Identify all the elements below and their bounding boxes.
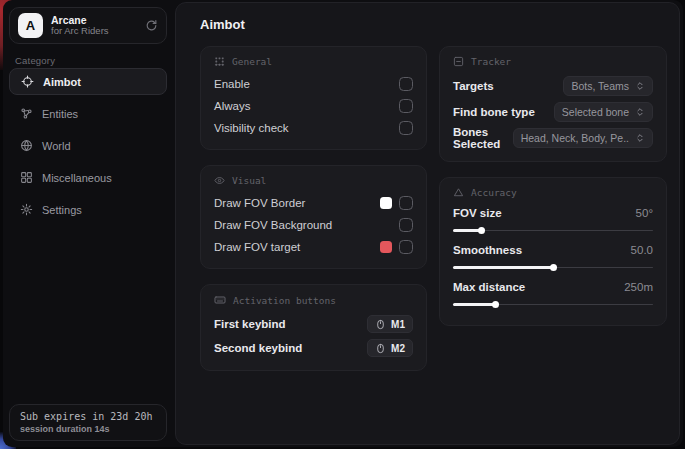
general-card-header: General — [214, 56, 413, 67]
sub-expiry-text: Sub expires in 23d 20h — [20, 411, 156, 422]
card-title: Accuracy — [471, 187, 517, 198]
setting-row-enable: Enable — [214, 73, 413, 95]
setting-label: Draw FOV Border — [214, 197, 305, 209]
setting-label: Bones Selected — [453, 126, 513, 150]
dropdown-value: Bots, Teams — [571, 80, 629, 92]
enable-checkbox[interactable] — [399, 77, 413, 91]
gear-icon — [20, 203, 33, 216]
fov-background-checkbox[interactable] — [399, 218, 413, 232]
app-header-card: A Arcane for Arc Riders — [9, 7, 167, 44]
fov-border-checkbox[interactable] — [399, 196, 413, 210]
left-column: General Enable Always Visibility check — [200, 46, 427, 371]
keyboard-icon — [214, 294, 226, 306]
setting-label: Smoothness — [453, 244, 522, 256]
setting-label: Always — [214, 100, 250, 112]
chevrons-up-down-icon — [635, 133, 645, 143]
setting-label: Max distance — [453, 281, 525, 293]
sidebar-item-aimbot[interactable]: Aimbot — [9, 68, 167, 95]
smoothness-slider[interactable] — [453, 262, 653, 272]
sidebar-item-entities[interactable]: Entities — [9, 100, 167, 127]
fov-size-value: 50° — [636, 207, 653, 219]
max-distance-slider[interactable] — [453, 299, 653, 309]
second-keybind-button[interactable]: M2 — [367, 339, 413, 357]
sidebar-item-label: World — [42, 140, 71, 152]
dots-grid-icon — [214, 56, 225, 67]
slider-thumb[interactable] — [478, 227, 485, 234]
square-minus-icon — [453, 56, 464, 67]
sidebar-item-world[interactable]: World — [9, 132, 167, 159]
sidebar-item-label: Settings — [42, 204, 82, 216]
content-columns: General Enable Always Visibility check — [200, 46, 667, 371]
find-bone-type-dropdown[interactable]: Selected bone — [554, 102, 653, 122]
setting-label: Second keybind — [214, 342, 302, 354]
setting-row-max-distance: Max distance 250m — [453, 278, 653, 309]
fov-target-color-swatch[interactable] — [380, 241, 392, 253]
setting-row-fov-target: Draw FOV target — [214, 236, 413, 258]
fov-size-slider[interactable] — [453, 225, 653, 235]
first-keybind-button[interactable]: M1 — [367, 315, 413, 333]
setting-row-visibility-check: Visibility check — [214, 117, 413, 139]
tracker-card-header: Tracker — [453, 56, 653, 67]
slider-thumb[interactable] — [492, 301, 499, 308]
setting-row-always: Always — [214, 95, 413, 117]
visual-card-header: Visual — [214, 175, 413, 186]
tracker-card: Tracker Targets Bots, Teams — [439, 46, 667, 162]
app-window: A Arcane for Arc Riders Category Aimbot — [3, 0, 683, 447]
app-subtitle: for Arc Riders — [51, 26, 137, 37]
sidebar-item-label: Aimbot — [43, 76, 81, 88]
setting-row-bones-selected: Bones Selected Head, Neck, Body, Pe.. — [453, 125, 653, 151]
setting-label: Visibility check — [214, 122, 289, 134]
setting-label: FOV size — [453, 207, 502, 219]
card-title: General — [232, 56, 272, 67]
setting-label: Find bone type — [453, 106, 535, 118]
setting-label: Draw FOV target — [214, 241, 300, 253]
setting-row-targets: Targets Bots, Teams — [453, 73, 653, 99]
triangle-icon — [453, 187, 464, 198]
mouse-icon — [375, 343, 386, 354]
setting-row-fov-border: Draw FOV Border — [214, 192, 413, 214]
dropdown-value: Head, Neck, Body, Pe.. — [521, 132, 629, 144]
max-distance-value: 250m — [624, 281, 653, 293]
entities-icon — [20, 107, 33, 120]
always-checkbox[interactable] — [399, 99, 413, 113]
accuracy-card-header: Accuracy — [453, 187, 653, 198]
sidebar-item-miscellaneous[interactable]: Miscellaneous — [9, 164, 167, 191]
eye-icon — [214, 175, 225, 186]
subscription-box: Sub expires in 23d 20h session duration … — [9, 404, 167, 441]
sidebar-nav: Aimbot Entities World — [9, 68, 167, 228]
sidebar: A Arcane for Arc Riders Category Aimbot — [3, 0, 175, 447]
activation-card-header: Activation buttons — [214, 294, 413, 306]
bones-selected-dropdown[interactable]: Head, Neck, Body, Pe.. — [513, 128, 653, 148]
targets-dropdown[interactable]: Bots, Teams — [563, 76, 653, 96]
slider-fill — [453, 229, 481, 232]
mouse-icon — [375, 319, 386, 330]
general-card: General Enable Always Visibility check — [200, 46, 427, 150]
fov-border-color-swatch[interactable] — [380, 197, 392, 209]
setting-label: Draw FOV Background — [214, 219, 332, 231]
smoothness-value: 50.0 — [631, 244, 653, 256]
setting-row-first-keybind: First keybind M1 — [214, 312, 413, 336]
session-duration-text: session duration 14s — [20, 424, 156, 434]
fov-target-checkbox[interactable] — [399, 240, 413, 254]
card-title: Tracker — [471, 56, 511, 67]
slider-thumb[interactable] — [550, 264, 557, 271]
activation-card: Activation buttons First keybind M1 — [200, 284, 427, 371]
visual-card: Visual Draw FOV Border Draw FOV Backgrou… — [200, 165, 427, 269]
chevrons-up-down-icon — [635, 107, 645, 117]
accuracy-card: Accuracy FOV size 50° — [439, 177, 667, 326]
refresh-icon[interactable] — [145, 19, 158, 32]
setting-row-find-bone-type: Find bone type Selected bone — [453, 99, 653, 125]
sidebar-item-label: Entities — [42, 108, 78, 120]
sidebar-item-settings[interactable]: Settings — [9, 196, 167, 223]
card-title: Visual — [232, 175, 266, 186]
app-logo: A — [18, 13, 43, 38]
setting-row-fov-background: Draw FOV Background — [214, 214, 413, 236]
keybind-value: M1 — [391, 319, 405, 330]
main-panel: Aimbot General — [175, 2, 680, 445]
visibility-check-checkbox[interactable] — [399, 121, 413, 135]
globe-icon — [20, 139, 33, 152]
crosshair-icon — [21, 75, 34, 88]
slider-fill — [453, 303, 495, 306]
sidebar-item-label: Miscellaneous — [42, 172, 112, 184]
page-title: Aimbot — [200, 17, 667, 32]
